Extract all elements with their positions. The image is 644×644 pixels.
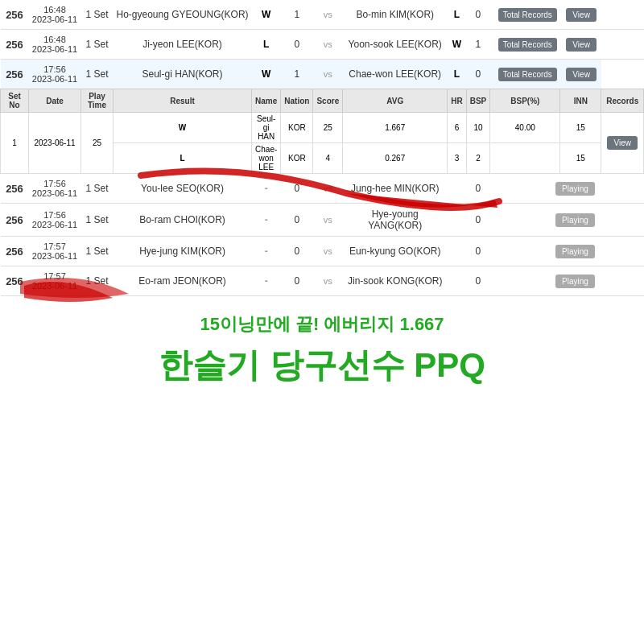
score1: 0 — [281, 204, 313, 237]
score2: 0 — [466, 174, 490, 204]
player2-name: Jung-hee MIN(KOR) — [343, 174, 448, 204]
detail-hr-l: 3 — [448, 143, 466, 174]
result1: - — [252, 204, 281, 237]
score1: 0 — [281, 174, 313, 204]
match-row: 256 17:562023-06-11 1 Set Seul-gi HAN(KO… — [1, 60, 644, 89]
detail-inn-w: 15 — [560, 113, 601, 143]
score1: 1 — [281, 60, 313, 89]
player1-name: You-lee SEO(KOR) — [114, 174, 252, 204]
score1: 0 — [281, 237, 313, 266]
score2: 0 — [466, 237, 490, 266]
vs-label: vs — [313, 266, 343, 296]
detail-data-row: 1 2023-06-11 25 W Seul-gi HAN KOR 25 1.6… — [1, 113, 644, 143]
detail-result-w: W — [114, 113, 252, 143]
col-bsp-pct: BSP(%) — [490, 89, 560, 113]
detail-result-l: L — [114, 143, 252, 174]
playing-button[interactable]: Playing — [555, 245, 595, 258]
match-row: 256 17:562023-06-11 1 Set Bo-ram CHOI(KO… — [1, 204, 644, 237]
result1: W — [252, 60, 281, 89]
detail-score-w: 25 — [313, 113, 343, 143]
match-time: 17:562023-06-11 — [29, 60, 81, 89]
result1: W — [252, 0, 281, 30]
score1: 0 — [281, 266, 313, 296]
detail-avg-l: 0.267 — [343, 143, 448, 174]
score1: 0 — [281, 30, 313, 60]
vs-label: vs — [313, 237, 343, 266]
match-row: 256 16:482023-06-11 1 Set Ho-gyeoung GYE… — [1, 0, 644, 30]
playing-button[interactable]: Playing — [555, 182, 595, 196]
total-records-button[interactable]: Total Records — [498, 68, 557, 81]
result1: - — [252, 266, 281, 296]
detail-bsp-l: 2 — [466, 143, 490, 174]
detail-score-l: 4 — [313, 143, 343, 174]
set-info: 1 Set — [81, 237, 114, 266]
result2: W — [448, 30, 466, 60]
player2-name: Yoon-sook LEE(KOR) — [343, 30, 448, 60]
result2 — [448, 204, 466, 237]
detail-bsp-pct-l — [490, 143, 560, 174]
col-set-no: Set No — [1, 89, 29, 113]
view-button[interactable]: View — [566, 8, 597, 22]
match-id: 256 — [1, 266, 29, 296]
match-row: 256 17:572023-06-11 1 Set Hye-jung KIM(K… — [1, 237, 644, 266]
player1-name: Ho-gyeoung GYEOUNG(KOR) — [114, 0, 252, 30]
total-records-button[interactable]: Total Records — [498, 38, 557, 52]
set-info: 1 Set — [81, 266, 114, 296]
result1: - — [252, 174, 281, 204]
result1: - — [252, 237, 281, 266]
set-info: 1 Set — [81, 0, 114, 30]
bottom-section: 15이닝만에 끝! 에버리지 1.667 한슬기 당구선수 PPQ — [0, 296, 644, 400]
detail-nation-l: KOR — [281, 143, 313, 174]
col-result: Result — [114, 89, 252, 113]
vs-label: vs — [313, 30, 343, 60]
col-avg: AVG — [343, 89, 448, 113]
main-title-text: 한슬기 당구선수 PPQ — [16, 343, 628, 388]
set-info: 1 Set — [81, 204, 114, 237]
result2 — [448, 237, 466, 266]
vs-label: vs — [313, 204, 343, 237]
match-id: 256 — [1, 237, 29, 266]
detail-nation-w: KOR — [281, 113, 313, 143]
total-records-button[interactable]: Total Records — [498, 8, 557, 22]
match-time: 16:482023-06-11 — [29, 30, 81, 60]
detail-view-button[interactable]: View — [607, 136, 638, 150]
col-nation: Nation — [281, 89, 313, 113]
player2-name: Chae-won LEE(KOR) — [343, 60, 448, 89]
col-name: Name — [252, 89, 281, 113]
col-bsp: BSP — [466, 89, 490, 113]
result1: L — [252, 30, 281, 60]
match-time: 17:572023-06-11 — [29, 266, 81, 296]
col-play-time: Play Time — [81, 89, 114, 113]
match-id: 256 — [1, 0, 29, 30]
score2: 0 — [466, 60, 490, 89]
detail-header-row: Set No Date Play Time Result Name Nation… — [1, 89, 644, 113]
match-row: 256 16:482023-06-11 1 Set Ji-yeon LEE(KO… — [1, 30, 644, 60]
match-id: 256 — [1, 60, 29, 89]
player2-name: Jin-sook KONG(KOR) — [343, 266, 448, 296]
vs-label: vs — [313, 174, 343, 204]
detail-name-w: Seul-gi HAN — [252, 113, 281, 143]
detail-date: 2023-06-11 — [29, 113, 81, 174]
player1-name: Hye-jung KIM(KOR) — [114, 237, 252, 266]
playing-button[interactable]: Playing — [555, 213, 595, 227]
col-date: Date — [29, 89, 81, 113]
detail-bsp-w: 10 — [466, 113, 490, 143]
matches-table: 256 16:482023-06-11 1 Set Ho-gyeoung GYE… — [0, 0, 644, 296]
main-container: 256 16:482023-06-11 1 Set Ho-gyeoung GYE… — [0, 0, 644, 400]
set-info: 1 Set — [81, 60, 114, 89]
view-button[interactable]: View — [566, 68, 597, 81]
player1-name: Bo-ram CHOI(KOR) — [114, 204, 252, 237]
player1-name: Seul-gi HAN(KOR) — [114, 60, 252, 89]
match-id: 256 — [1, 30, 29, 60]
match-time: 17:562023-06-11 — [29, 204, 81, 237]
player2-name: Eun-kyung GO(KOR) — [343, 237, 448, 266]
match-id: 256 — [1, 174, 29, 204]
set-info: 1 Set — [81, 30, 114, 60]
playing-button[interactable]: Playing — [555, 275, 595, 288]
match-time: 17:562023-06-11 — [29, 174, 81, 204]
match-time: 16:482023-06-11 — [29, 0, 81, 30]
view-button[interactable]: View — [566, 38, 597, 52]
detail-bsp-pct-w: 40.00 — [490, 113, 560, 143]
subtitle-text: 15이닝만에 끝! 에버리지 1.667 — [16, 312, 628, 336]
result2 — [448, 266, 466, 296]
